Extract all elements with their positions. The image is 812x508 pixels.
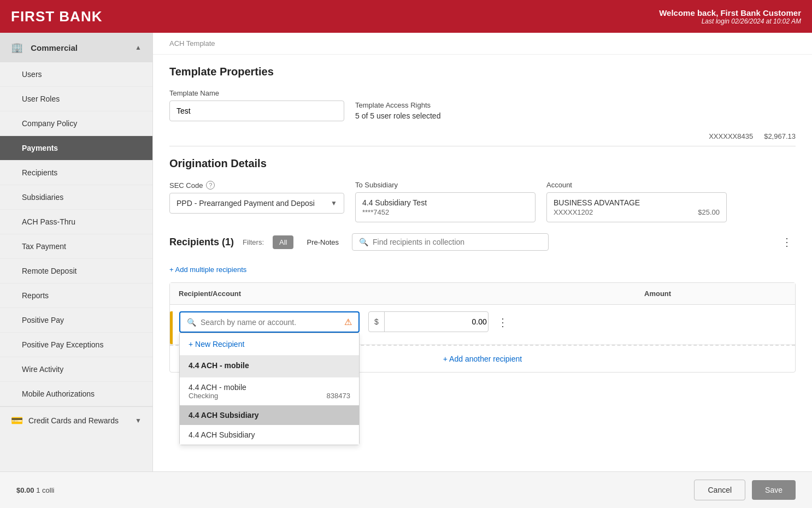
sidebar-item-mobile-authorizations[interactable]: Mobile Authorizations [0, 382, 152, 406]
save-button[interactable]: Save [752, 480, 796, 500]
origination-details-title: Origination Details [169, 157, 796, 170]
account-name: BUSINESS ADVANTAGE [554, 198, 720, 207]
dropdown-sub-type: Checking [189, 392, 218, 400]
sec-code-label: SEC Code ? [169, 181, 344, 190]
sidebar-section-label: Commercial [31, 43, 78, 52]
bottom-bar: $0.00 1 colli Cancel Save [0, 471, 812, 508]
recipients-more-options[interactable]: ⋮ [778, 233, 796, 251]
logo: FIRST BANK [11, 8, 102, 25]
sidebar-item-payments[interactable]: Payments [0, 136, 152, 161]
cancel-button[interactable]: Cancel [694, 480, 745, 500]
subsidiary-name: 4.4 Subsidiary Test [362, 198, 528, 207]
row-more-options[interactable]: ⋮ [497, 311, 513, 329]
subsidiary-label: To Subsidiary [355, 181, 536, 189]
filter-all-button[interactable]: All [273, 235, 293, 249]
access-rights-value: 5 of 5 user roles selected [355, 111, 440, 120]
sec-code-chevron-icon: ▼ [331, 199, 337, 207]
header-welcome: Welcome back, First Bank Customer Last l… [659, 8, 801, 25]
dropdown-item-ach-subsidiary[interactable]: 4.4 ACH Subsidiary [180, 405, 359, 425]
dropdown-sub-item-ach-mobile[interactable]: 4.4 ACH - mobile Checking 838473 [180, 377, 359, 405]
table-header: Recipient/Account Amount [170, 283, 795, 305]
row-indicator [170, 311, 173, 344]
dropdown-sub-account: 838473 [327, 392, 350, 400]
sidebar-item-tax-payment[interactable]: Tax Payment [0, 234, 152, 259]
sidebar-commercial-section[interactable]: 🏢 Commercial ▲ [0, 33, 152, 62]
bottom-actions: Cancel Save [694, 480, 796, 500]
dropdown-sub-item-ach-subsidiary[interactable]: 4.4 ACH Subsidiary [180, 425, 359, 445]
sidebar-item-reports[interactable]: Reports [0, 283, 152, 308]
amount-input[interactable] [385, 312, 493, 332]
sidebar-item-ach-pass-thru[interactable]: ACH Pass-Thru [0, 210, 152, 234]
sidebar-item-positive-pay-exceptions[interactable]: Positive Pay Exceptions [0, 333, 152, 357]
sec-code-value: PPD - Prearranged Payment and Deposi [176, 199, 315, 208]
sidebar-item-wire-activity[interactable]: Wire Activity [0, 357, 152, 382]
dropdown-subsidiary-name: 4.4 ACH Subsidiary [189, 430, 350, 439]
recipient-search-icon: 🔍 [187, 318, 196, 327]
col-amount-header: Amount [644, 290, 786, 298]
find-recipients-search[interactable]: 🔍 [352, 233, 549, 251]
recipient-search-input[interactable]: 🔍 ⚠ [179, 311, 360, 333]
sidebar-item-positive-pay[interactable]: Positive Pay [0, 308, 152, 333]
sidebar-item-subsidiaries[interactable]: Subsidiaries [0, 185, 152, 210]
building-icon: 🏢 [11, 42, 23, 53]
find-recipients-input[interactable] [373, 238, 542, 246]
card-icon: 💳 [11, 415, 23, 427]
dropdown-item-name: 4.4 ACH - mobile [189, 361, 350, 370]
sidebar-item-company-policy[interactable]: Company Policy [0, 111, 152, 136]
recipient-search-box: 🔍 ⚠ + New Recipient 4.4 ACH - mobile [179, 311, 360, 333]
subsidiary-box[interactable]: 4.4 Subsidiary Test ****7452 [355, 192, 536, 222]
add-multiple-recipients[interactable]: + Add multiple recipients [169, 265, 246, 274]
last-login-text: Last login 02/26/2024 at 10:02 AM [659, 17, 801, 25]
bottom-info: $0.00 1 colli [16, 486, 54, 494]
filters-label: Filters: [243, 238, 264, 246]
col-recipient-header: Recipient/Account [179, 290, 644, 298]
account-number: XXXXX1202 [554, 208, 593, 216]
breadcrumb: ACH Template [153, 33, 812, 55]
account-number-display: XXXXXX8435 [709, 132, 753, 140]
recipient-name-input[interactable] [201, 318, 341, 327]
sidebar-item-remote-deposit[interactable]: Remote Deposit [0, 259, 152, 283]
recipients-table: Recipient/Account Amount 🔍 ⚠ [169, 282, 796, 373]
account-box[interactable]: BUSINESS ADVANTAGE XXXXX1202 $25.00 [546, 192, 727, 222]
recipients-title: Recipients (1) [169, 237, 234, 248]
amount-group: $ [368, 311, 489, 332]
sidebar-item-recipients[interactable]: Recipients [0, 161, 152, 185]
dropdown-group-name: 4.4 ACH Subsidiary [189, 411, 350, 420]
chevron-down-icon: ▼ [135, 417, 142, 424]
recipient-dropdown: + New Recipient 4.4 ACH - mobile 4.4 ACH… [179, 333, 360, 445]
warning-icon: ⚠ [344, 317, 352, 327]
add-another-label: + Add another recipient [443, 355, 522, 363]
new-recipient-option[interactable]: + New Recipient [180, 333, 359, 356]
account-label: Account [546, 181, 727, 189]
sec-code-select[interactable]: PPD - Prearranged Payment and Deposi ▼ [169, 193, 344, 214]
sidebar-item-users[interactable]: Users [0, 62, 152, 87]
info-icon[interactable]: ? [206, 181, 215, 190]
recipients-header: Recipients (1) Filters: All Pre-Notes 🔍 … [169, 233, 796, 256]
main-content: ACH Template Template Properties Templat… [153, 33, 812, 471]
template-properties-title: Template Properties [169, 66, 796, 78]
subsidiary-account: ****7452 [362, 208, 528, 216]
bottom-collection: 1 colli [36, 486, 54, 494]
template-name-input[interactable] [169, 101, 344, 121]
chevron-up-icon: ▲ [135, 44, 142, 51]
account-balance: $25.00 [698, 208, 720, 216]
dropdown-item-ach-mobile-group[interactable]: 4.4 ACH - mobile [180, 356, 359, 377]
table-row: 🔍 ⚠ + New Recipient 4.4 ACH - mobile [170, 305, 795, 345]
filter-prenotes-button[interactable]: Pre-Notes [302, 235, 343, 249]
bottom-amount: $0.00 [16, 486, 34, 494]
dropdown-sub-name: 4.4 ACH - mobile Checking 838473 [189, 383, 350, 400]
amount-dollar-sign: $ [369, 312, 385, 332]
search-icon: 🔍 [359, 238, 368, 246]
header: FIRST BANK Welcome back, First Bank Cust… [0, 0, 812, 33]
welcome-text: Welcome back, First Bank Customer [659, 8, 801, 17]
credit-cards-label: Credit Cards and Rewards [28, 416, 119, 425]
access-rights-label: Template Access Rights [355, 101, 440, 109]
sidebar-item-user-roles[interactable]: User Roles [0, 87, 152, 111]
sidebar-item-credit-cards[interactable]: 💳 Credit Cards and Rewards ▼ [0, 406, 152, 434]
template-name-label: Template Name [169, 89, 344, 97]
account-balance-display: $2,967.13 [764, 132, 796, 140]
sidebar: 🏢 Commercial ▲ Users User Roles Company … [0, 33, 153, 471]
